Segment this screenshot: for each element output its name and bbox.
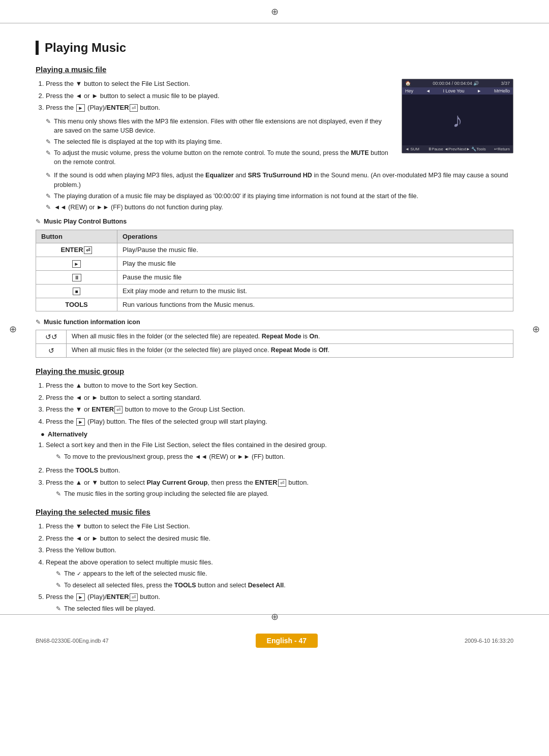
player-sum-button: ◄ SUM: [405, 147, 419, 151]
list-item: Press the ► (Play)/ENTER⏎ button.: [46, 103, 391, 113]
player-prev-track: Hey: [405, 88, 413, 93]
note-text: The ✓ appears to the left of the selecte…: [64, 569, 513, 578]
list-item: Select a sort key and then in the File L…: [46, 440, 513, 461]
enter-symbol: ⏎: [84, 246, 92, 254]
table-header-button: Button: [36, 230, 117, 243]
list-item: Press the ▼ button to select the File Li…: [46, 79, 391, 89]
note-item: ✎ To adjust the music volume, press the …: [46, 148, 391, 167]
player-bottom-bar: ◄ SUM ⏸Pause ◄Prev/Next► 🔧Tools ↩Return: [402, 145, 513, 153]
note-text: The selected file is displayed at the to…: [54, 137, 391, 146]
table-cell-button: ►: [36, 257, 117, 270]
note-item: ✎ The music files in the sorting group i…: [56, 489, 513, 498]
play-button-symbol: ►: [76, 104, 85, 112]
note-icon: ✎: [46, 117, 51, 126]
footer-right: 2009-6-10 16:33:20: [465, 638, 513, 644]
player-top-bar: 🏠 00:00:04 / 00:04:04 🔊 3/37: [402, 79, 513, 87]
table-row: ENTER⏎ Play/Pause the music file.: [36, 243, 513, 257]
note-icon: ✎: [46, 192, 51, 201]
icon-section-heading: Music function information icon: [44, 318, 140, 327]
note-text: The music files in the sorting group inc…: [64, 489, 513, 498]
player-back-icon: ◄: [426, 88, 431, 93]
enter-symbol: ⏎: [114, 406, 123, 414]
play-button-symbol: ►: [76, 593, 85, 601]
note-icon: ✎: [56, 581, 61, 590]
selected-music-steps: Press the ▼ button to select the File Li…: [36, 521, 513, 613]
player-time: 00:00:04 / 00:04:04 🔊: [433, 81, 479, 86]
list-item: Press the ► (Play)/ENTER⏎ button. ✎ The …: [46, 592, 513, 613]
crosshair-bottom-icon: ⊕: [271, 611, 279, 622]
table-cell-button: TOOLS: [36, 298, 117, 311]
table-cell-button: ⏸: [36, 270, 117, 284]
alternatively-steps-2: Press the TOOLS button. Press the ▲ or ▼…: [36, 465, 513, 498]
table-row: ■ Exit play mode and return to the music…: [36, 284, 513, 298]
list-item: Repeat the above operation to select mul…: [46, 557, 513, 590]
footer-left: BN68-02330E-00Eng.indb 47: [36, 638, 109, 644]
player-next-track: MrHello: [494, 88, 510, 93]
crosshair-left-icon: ⊕: [9, 324, 17, 335]
list-item: Press the ▲ or ▼ button to select Play C…: [46, 478, 513, 499]
player-track-name: I Love You: [443, 88, 464, 93]
page-title: Playing Music: [36, 41, 513, 55]
bullet-icon: ●: [41, 430, 45, 438]
music-file-text: Press the ▼ button to select the File Li…: [36, 79, 391, 169]
note-icon: ✎: [36, 318, 41, 327]
music-note-icon: ♪: [452, 109, 463, 132]
note-item: ✎ The selected file is displayed at the …: [46, 137, 391, 146]
alternatively-bullet: ● Alternatively: [41, 430, 513, 438]
icon-section-heading-wrapper: ✎ Music function information icon: [36, 318, 513, 327]
note-item: ✎ To move to the previous/next group, pr…: [56, 452, 513, 461]
crosshair-right-icon: ⊕: [532, 324, 540, 335]
note-icon: ✎: [36, 217, 41, 226]
control-buttons-section: ✎ Music Play Control Buttons Button Oper…: [36, 217, 513, 311]
alternatively-section: ● Alternatively Select a sort key and th…: [36, 430, 513, 498]
note-icon: ✎: [46, 203, 51, 212]
player-track-count: 3/37: [501, 81, 510, 86]
control-buttons-heading-wrapper: ✎ Music Play Control Buttons: [36, 217, 513, 226]
list-item: Press the ▲ button to move to the Sort k…: [46, 381, 513, 391]
table-header-operations: Operations: [117, 230, 513, 243]
play-button-symbol: ►: [72, 260, 81, 268]
music-group-section: Playing the music group Press the ▲ butt…: [36, 367, 513, 498]
section-selected-music-title: Playing the selected music files: [36, 508, 513, 516]
footer-center: English - 47: [256, 634, 318, 648]
note-icon: ✎: [56, 605, 61, 613]
alternatively-heading: Alternatively: [48, 430, 87, 438]
table-cell-operation: Pause the music file: [117, 270, 513, 284]
section-music-file-title: Playing a music file: [36, 65, 513, 74]
player-forward-icon: ►: [477, 88, 481, 93]
player-nav-bar: Hey ◄ I Love You ► MrHello: [402, 87, 513, 94]
note-icon: ✎: [56, 453, 61, 461]
table-row: ↺ When all music files in the folder (or…: [36, 344, 513, 358]
note-item: ✎ ◄◄ (REW) or ►► (FF) buttons do not fun…: [46, 203, 513, 212]
note-icon: ✎: [56, 490, 61, 498]
player-controls: ⏸Pause ◄Prev/Next► 🔧Tools: [428, 147, 486, 151]
music-file-section: Press the ▼ button to select the File Li…: [36, 79, 513, 169]
note-text: This menu only shows files with the MP3 …: [54, 117, 391, 135]
crosshair-top-icon: ⊕: [271, 6, 279, 17]
table-header-row: Button Operations: [36, 230, 513, 243]
note-item: ✎ The ✓ appears to the left of the selec…: [56, 569, 513, 578]
table-row: TOOLS Run various functions from the Mus…: [36, 298, 513, 311]
table-cell-button: ENTER⏎: [36, 243, 117, 257]
icon-table: ↺↺ When all music files in the folder (o…: [36, 330, 513, 358]
note-text: If the sound is odd when playing MP3 fil…: [54, 171, 513, 189]
note-icon: ✎: [46, 149, 51, 158]
play-button-symbol: ►: [76, 418, 85, 426]
player-ui: 🏠 00:00:04 / 00:04:04 🔊 3/37 Hey ◄ I Lov…: [402, 79, 513, 153]
note-text: To adjust the music volume, press the vo…: [54, 148, 391, 167]
table-row: ► Play the music file: [36, 257, 513, 270]
table-cell-description: When all music files in the folder (or t…: [67, 330, 513, 344]
list-item: Press the ▼ button to select the File Li…: [46, 521, 513, 531]
note-text: To deselect all selected files, press th…: [64, 581, 513, 590]
note-item: ✎ To deselect all selected files, press …: [56, 581, 513, 590]
note-icon: ✎: [46, 138, 51, 146]
note-item: ✎ The selected files will be played.: [56, 604, 513, 613]
table-cell-operation: Run various functions from the Music men…: [117, 298, 513, 311]
table-cell-operation: Exit play mode and return to the music l…: [117, 284, 513, 298]
note-item: ✎ If the sound is odd when playing MP3 f…: [46, 171, 513, 189]
note-item: ✎ This menu only shows files with the MP…: [46, 117, 391, 135]
player-main-area: ♪: [402, 94, 513, 145]
section-music-group-title: Playing the music group: [36, 367, 513, 375]
note-text: The playing duration of a music file may…: [54, 192, 513, 201]
enter-symbol: ⏎: [130, 593, 138, 601]
